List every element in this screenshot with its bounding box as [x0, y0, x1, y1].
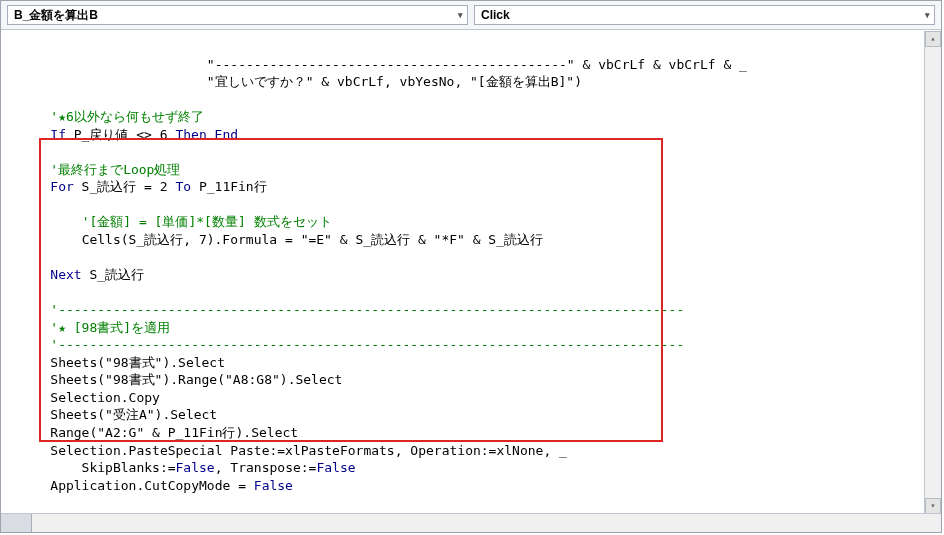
code-comment: '最終行までLoop処理	[50, 162, 180, 177]
code-comment: '[金額] = [単価]*[数量] 数式をセット	[82, 214, 332, 229]
code-text: SkipBlanks:=	[50, 460, 175, 475]
scroll-track[interactable]	[925, 47, 941, 498]
code-text: S_読込行	[82, 267, 144, 282]
code-text: Application.CutCopyMode =	[50, 478, 254, 493]
scroll-down-button[interactable]: ▾	[925, 498, 941, 514]
procedure-dropdown-value: Click	[481, 8, 510, 22]
code-line: "---------------------------------------…	[144, 57, 747, 72]
code-body: "---------------------------------------…	[1, 30, 941, 513]
chevron-down-icon: ▾	[925, 10, 930, 20]
code-line: Sheets("98書式").Range("A8:G8").Select	[50, 372, 342, 387]
code-text: P_戻り値 <> 6	[66, 127, 175, 142]
code-comment: '---------------------------------------…	[50, 302, 684, 317]
code-keyword: False	[254, 478, 293, 493]
code-line: "宜しいですか？" & vbCrLf, vbYesNo, "[金額を算出B]")	[144, 74, 582, 89]
vertical-scrollbar[interactable]: ▴ ▾	[924, 31, 941, 514]
code-keyword: False	[176, 460, 215, 475]
scroll-up-button[interactable]: ▴	[925, 31, 941, 47]
code-line: Sheets("受注A").Select	[50, 407, 217, 422]
code-keyword: For	[50, 179, 73, 194]
procedure-dropdown[interactable]: Click ▾	[474, 5, 935, 25]
chevron-down-icon: ▾	[458, 10, 463, 20]
view-split-handle[interactable]	[1, 514, 32, 532]
code-keyword: If	[50, 127, 66, 142]
horizontal-scrollbar[interactable]	[32, 514, 941, 532]
code-keyword: Then End	[175, 127, 238, 142]
code-line: Selection.Copy	[50, 390, 160, 405]
dropdown-bar: B_金額を算出B ▾ Click ▾	[1, 1, 941, 30]
code-keyword: False	[316, 460, 355, 475]
code-comment: '★ [98書式]を適用	[50, 320, 170, 335]
code-editor[interactable]: "---------------------------------------…	[1, 30, 941, 513]
bottom-bar	[1, 513, 941, 532]
object-dropdown-value: B_金額を算出B	[14, 7, 98, 24]
code-line: Selection.PasteSpecial Paste:=xlPasteFor…	[50, 443, 567, 458]
code-text: , Transpose:=	[215, 460, 317, 475]
code-line: Cells(S_読込行, 7).Formula = "=E" & S_読込行 &…	[82, 232, 543, 247]
code-text: S_読込行 = 2	[74, 179, 176, 194]
editor-window: B_金額を算出B ▾ Click ▾ "--------------------…	[0, 0, 942, 533]
code-comment: '★6以外なら何もせず終了	[50, 109, 203, 124]
object-dropdown[interactable]: B_金額を算出B ▾	[7, 5, 468, 25]
code-comment: '---------------------------------------…	[50, 337, 684, 352]
code-keyword: Next	[50, 267, 81, 282]
code-keyword: To	[175, 179, 191, 194]
code-text: P_11Fin行	[191, 179, 267, 194]
code-line: Range("A2:G" & P_11Fin行).Select	[50, 425, 298, 440]
code-line: Sheets("98書式").Select	[50, 355, 225, 370]
